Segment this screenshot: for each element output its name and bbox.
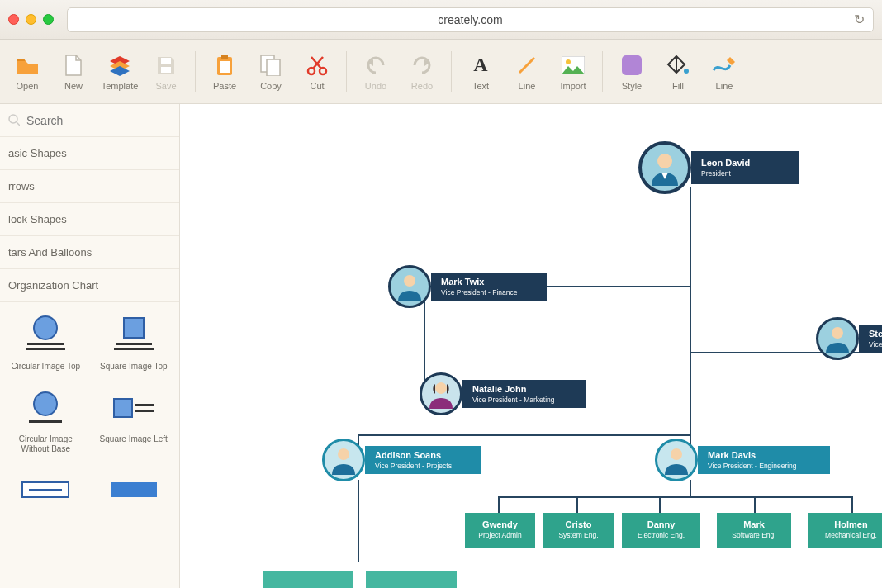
redo-icon xyxy=(410,53,434,78)
category-arrows[interactable]: rrows xyxy=(0,170,179,203)
connector xyxy=(690,480,691,496)
connector xyxy=(659,496,661,513)
redo-button[interactable]: Redo xyxy=(400,45,444,98)
shape-bar-outline[interactable] xyxy=(3,462,88,519)
avatar-icon xyxy=(655,439,698,481)
close-window-button[interactable] xyxy=(8,14,19,25)
svg-rect-3 xyxy=(221,55,228,59)
svg-rect-26 xyxy=(135,410,154,412)
diagram-canvas[interactable]: Leon David President Mark Twix Vice Pres… xyxy=(180,104,882,588)
org-node-vp-engineering[interactable]: Mark Davis Vice President - Engineering xyxy=(655,439,830,481)
toolbar-separator xyxy=(346,51,347,92)
save-icon xyxy=(154,53,178,78)
shape-preview-icon xyxy=(105,467,163,514)
shape-preview-icon xyxy=(105,385,163,431)
open-button[interactable]: Open xyxy=(5,45,50,98)
svg-point-33 xyxy=(832,327,843,339)
window-controls xyxy=(8,14,54,25)
toolbar: Open New Template Save Paste Copy Cut Un… xyxy=(0,40,882,104)
shape-circular-image-top[interactable]: Circular Image Top xyxy=(3,307,88,377)
avatar-icon xyxy=(638,141,691,194)
save-button[interactable]: Save xyxy=(144,45,188,98)
toolbar-separator xyxy=(451,51,452,92)
image-icon xyxy=(561,53,586,78)
reload-icon[interactable]: ↻ xyxy=(854,12,865,27)
svg-rect-20 xyxy=(116,343,152,345)
connector xyxy=(498,496,853,498)
url-bar[interactable]: creately.com ↻ xyxy=(67,7,874,32)
svg-point-35 xyxy=(671,448,682,460)
style-button[interactable]: Style xyxy=(609,45,654,98)
org-label: Natalie John Vice President - Marketing xyxy=(462,380,586,408)
svg-rect-1 xyxy=(161,67,171,73)
text-icon: A xyxy=(468,53,493,78)
svg-rect-25 xyxy=(135,404,154,406)
connector xyxy=(576,496,578,513)
org-leaf-mechanical-eng[interactable]: Holmen Mechanical Eng. xyxy=(808,513,882,548)
cut-button[interactable]: Cut xyxy=(295,45,339,98)
org-leaf-system-eng[interactable]: Cristo System Eng. xyxy=(543,513,614,548)
connector xyxy=(358,480,359,562)
shape-square-image-top[interactable]: Square Image Top xyxy=(92,307,177,377)
shape-preview-icon xyxy=(105,312,163,358)
maximize-window-button[interactable] xyxy=(43,14,54,25)
org-label: Stephen George Vice President HR xyxy=(859,325,882,353)
category-basic-shapes[interactable]: asic Shapes xyxy=(0,137,179,170)
paste-button[interactable]: Paste xyxy=(202,45,247,98)
svg-rect-18 xyxy=(26,348,65,350)
shape-bar-filled[interactable] xyxy=(92,462,177,519)
svg-point-30 xyxy=(657,154,672,168)
search-icon xyxy=(8,114,20,127)
org-leaf-partial[interactable] xyxy=(263,571,353,588)
svg-line-9 xyxy=(519,58,534,73)
line-tool-button[interactable]: Line xyxy=(505,45,549,98)
paint-bucket-icon xyxy=(666,53,690,78)
org-node-vp-finance[interactable]: Mark Twix Vice President - Finance xyxy=(388,265,547,308)
org-node-vp-hr[interactable]: Stephen George Vice President HR xyxy=(816,317,882,360)
pencil-line-icon xyxy=(712,53,737,78)
shape-palette: Circular Image Top Square Image Top Circ… xyxy=(0,302,179,524)
org-label: Mark Davis Vice President - Engineering xyxy=(698,446,830,474)
shape-preview-icon xyxy=(17,312,74,358)
shape-square-image-left[interactable]: Square Image Left xyxy=(92,380,177,459)
org-node-vp-marketing[interactable]: Natalie John Vice President - Marketing xyxy=(420,372,586,415)
org-leaf-software-eng[interactable]: Mark Software Eng. xyxy=(717,513,791,548)
undo-button[interactable]: Undo xyxy=(353,45,398,98)
avatar-icon xyxy=(388,265,431,308)
category-org-chart[interactable]: Organization Chart xyxy=(0,269,179,302)
org-leaf-project-admin[interactable]: Gwendy Project Admin xyxy=(465,513,535,548)
shape-circular-no-base[interactable]: Circular Image Without Base xyxy=(3,380,88,459)
connector xyxy=(358,434,691,436)
avatar-icon xyxy=(420,372,462,415)
new-button[interactable]: New xyxy=(51,45,96,98)
fill-button[interactable]: Fill xyxy=(656,45,700,98)
org-leaf-partial[interactable] xyxy=(366,571,457,588)
scissors-icon xyxy=(305,53,330,78)
shape-search-input[interactable] xyxy=(26,114,171,127)
import-button[interactable]: Import xyxy=(551,45,595,98)
document-blank-icon xyxy=(61,53,86,78)
org-leaf-electronic-eng[interactable]: Danny Electronic Eng. xyxy=(622,513,700,548)
shape-preview-icon xyxy=(17,467,74,514)
org-label: Mark Twix Vice President - Finance xyxy=(431,273,547,301)
copy-button[interactable]: Copy xyxy=(249,45,293,98)
shapes-sidebar: asic Shapes rrows lock Shapes tars And B… xyxy=(0,104,180,588)
undo-icon xyxy=(363,53,388,78)
line-style-button[interactable]: Line xyxy=(702,45,747,98)
shape-preview-icon xyxy=(17,385,74,431)
org-label: Addison Soans Vice President - Projects xyxy=(365,446,481,474)
org-node-vp-projects[interactable]: Addison Soans Vice President - Projects xyxy=(322,439,481,481)
line-icon xyxy=(514,53,539,78)
category-stars-balloons[interactable]: tars And Balloons xyxy=(0,236,179,269)
svg-point-16 xyxy=(34,316,57,339)
svg-rect-29 xyxy=(111,482,157,497)
svg-rect-24 xyxy=(114,399,132,417)
category-block-shapes[interactable]: lock Shapes xyxy=(0,203,179,236)
text-tool-button[interactable]: A Text xyxy=(458,45,503,98)
avatar-icon xyxy=(816,317,859,360)
connector xyxy=(754,496,756,513)
minimize-window-button[interactable] xyxy=(26,14,36,25)
template-button[interactable]: Template xyxy=(97,45,142,98)
org-node-president[interactable]: Leon David President xyxy=(638,141,799,194)
copy-icon xyxy=(258,53,283,78)
